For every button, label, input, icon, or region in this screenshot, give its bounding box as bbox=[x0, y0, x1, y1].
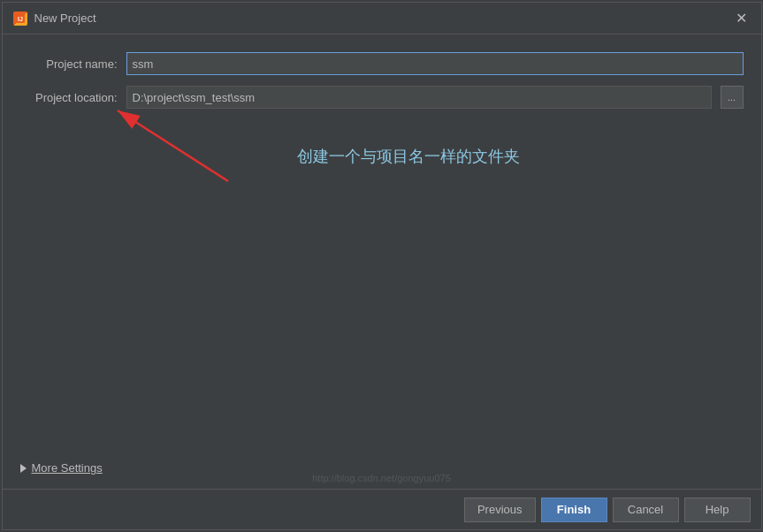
dialog-title: New Project bbox=[34, 11, 96, 25]
more-settings-label: More Settings bbox=[32, 461, 103, 475]
finish-button[interactable]: Finish bbox=[541, 498, 607, 522]
new-project-dialog: IJ New Project ✕ Project name: Project l… bbox=[2, 2, 762, 530]
project-name-input[interactable] bbox=[126, 52, 744, 75]
svg-text:IJ: IJ bbox=[18, 16, 23, 22]
project-name-row: Project name: bbox=[20, 52, 744, 75]
more-settings-triangle-icon bbox=[20, 464, 27, 473]
previous-button[interactable]: Previous bbox=[464, 498, 536, 522]
project-location-label: Project location: bbox=[20, 91, 118, 104]
title-bar: IJ New Project ✕ bbox=[3, 3, 761, 34]
help-button[interactable]: Help bbox=[684, 498, 751, 522]
annotation-text: 创建一个与项目名一样的文件夹 bbox=[297, 146, 520, 167]
dialog-footer: Previous Finish Cancel Help bbox=[3, 489, 761, 529]
dialog-content: Project name: Project location: ... 创建一个… bbox=[3, 34, 761, 489]
browse-button[interactable]: ... bbox=[721, 86, 744, 109]
project-name-label: Project name: bbox=[20, 57, 118, 71]
intellij-icon: IJ bbox=[13, 11, 27, 26]
title-bar-left: IJ New Project bbox=[13, 11, 96, 26]
project-location-row: Project location: ... bbox=[20, 86, 744, 109]
annotation-area: 创建一个与项目名一样的文件夹 bbox=[20, 119, 744, 445]
svg-line-3 bbox=[118, 110, 228, 181]
close-button[interactable]: ✕ bbox=[733, 10, 751, 27]
cancel-button[interactable]: Cancel bbox=[613, 498, 679, 522]
project-location-input[interactable] bbox=[126, 86, 712, 109]
more-settings-row[interactable]: More Settings bbox=[20, 456, 744, 480]
